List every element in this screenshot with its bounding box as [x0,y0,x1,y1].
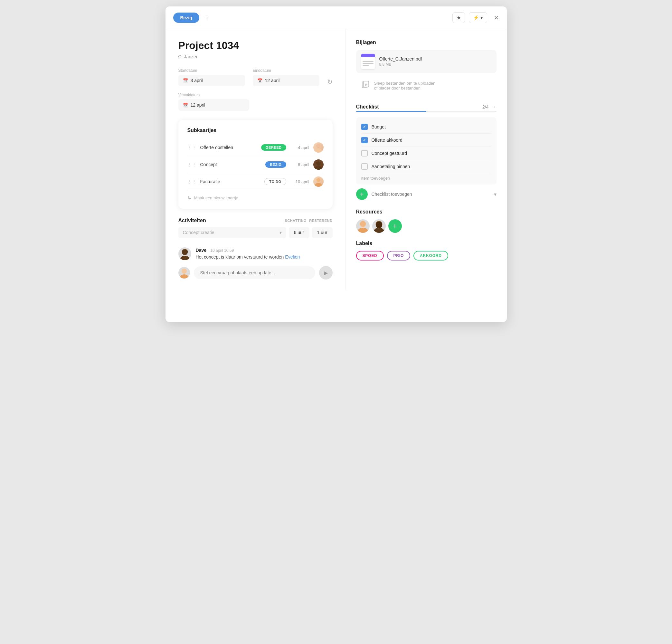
subkaartjes-card: Subkaartjes ⋮⋮ Offerte opstellen GEREED … [178,120,333,208]
vervaldatum-input[interactable]: 📅 12 april [178,99,249,111]
comment-input-field[interactable] [194,266,315,279]
file-stripe [361,54,375,57]
startdatum-value: 3 april [191,78,203,83]
add-item-label: Item toevoegen [361,176,390,181]
schatting-label: SCHATTING [285,219,307,223]
activiteiten-title: Activiteiten [178,218,206,224]
resterend-label: RESTEREND [309,219,332,223]
checklist-dropdown-button[interactable]: ▾ [494,191,496,198]
table-row: ⋮⋮ Facturatie TO DO 10 april [188,173,324,190]
subkaart-date-2: 8 april [290,162,310,167]
vervaldatum-calendar-icon: 📅 [183,103,188,108]
checkbox-aanbetaling[interactable] [361,163,368,170]
add-resource-button[interactable]: + [388,219,402,233]
lightning-icon: ⚡ [473,15,479,21]
modal-header: Bezig → ★ ⚡ ▾ ✕ [166,7,507,29]
badge-todo-3: TO DO [264,178,286,185]
lightning-button[interactable]: ⚡ ▾ [469,12,487,23]
file-name: Offerte_C.Janzen.pdf [379,56,491,61]
subkaart-date-1: 4 april [290,145,310,150]
drag-icon[interactable]: ⋮⋮ [188,162,196,167]
svg-rect-16 [363,81,369,87]
status-button[interactable]: Bezig [173,13,199,23]
right-column: Bijlagen Offerte_C.Janzen.pdf 8.8 MB [346,29,507,290]
svg-point-13 [182,269,187,274]
drag-icon[interactable]: ⋮⋮ [188,179,196,184]
activiteit-dropdown[interactable]: Concept creatie ▾ [178,227,286,238]
comment-input-row: ▶ [178,266,333,279]
svg-point-9 [316,178,320,182]
einddatum-input[interactable]: 📅 12 april [253,75,320,86]
new-kaartje-icon: ↳ [188,195,192,201]
add-item-row[interactable]: Item toevoegen [361,173,491,181]
subkaart-date-3: 10 april [290,179,310,184]
star-button[interactable]: ★ [453,12,465,23]
refresh-button[interactable]: ↻ [327,78,333,86]
upload-sub-text: of blader door bestanden [374,86,436,91]
comment-text: Het concept is klaar om verstuurd te wor… [196,254,333,260]
comment-mention-link[interactable]: Evelien [285,254,300,260]
resources-avatars: + [356,219,496,233]
file-line [362,65,369,66]
label-akkoord[interactable]: AKKOORD [413,251,448,261]
svg-point-11 [180,256,189,260]
comment-body: Dave 10 april 10:59 Het concept is klaar… [196,247,333,260]
einddatum-value: 12 april [265,78,280,83]
checklist-item-text-aanbetaling: Aanbetaling binnen [372,164,410,169]
checklist-item-text-concept: Concept gestuurd [372,151,407,156]
vervaldatum-label: Vervaldatum [178,93,333,97]
close-button[interactable]: ✕ [494,14,499,22]
file-icon [361,54,375,69]
label-spoed[interactable]: SPOED [356,251,384,261]
activiteit-row: Concept creatie ▾ 6 uur 1 uur [178,227,333,238]
svg-point-8 [315,183,322,187]
activiteit-dropdown-text: Concept creatie [183,230,214,235]
table-row: ⋮⋮ Offerte opstellen GEREED 4 april [188,139,324,156]
checklist-name-input[interactable] [372,192,490,197]
checkbox-concept[interactable] [361,150,368,156]
send-button[interactable]: ▶ [319,266,333,279]
new-kaartje-button[interactable]: ↳ Maak een nieuw kaartje [188,195,324,201]
resources-title: Resources [356,209,496,215]
upload-icon [361,80,370,91]
subkaartjes-title: Subkaartjes [188,128,324,133]
startdatum-label: Startdatum [178,68,245,73]
checklist-count: 2/4 [482,104,489,109]
label-prio[interactable]: PRIO [387,251,410,261]
lightning-dropdown-icon: ▾ [480,15,483,21]
add-checklist-button[interactable]: + [356,188,368,200]
subkaart-name-3: Facturatie [200,179,261,184]
star-icon: ★ [457,15,461,21]
checklist-arrow[interactable]: → [491,104,496,110]
modal-body: Project 1034 C. Janzen Startdatum 📅 3 ap… [166,29,507,290]
subkaart-name-1: Offerte opstellen [200,145,257,150]
checkbox-budget[interactable] [361,124,368,130]
act-col-labels: SCHATTING RESTEREND [285,219,332,223]
file-size: 8.8 MB [379,62,491,67]
comment-row: Dave 10 april 10:59 Het concept is klaar… [178,247,333,260]
comment-text-content: Het concept is klaar om verstuurd te wor… [196,254,285,260]
svg-point-21 [358,228,368,233]
new-kaartje-label: Maak een nieuw kaartje [194,195,238,200]
next-arrow-button[interactable]: → [203,14,209,21]
schatting-value: 6 uur [289,227,310,238]
startdatum-field: Startdatum 📅 3 april [178,68,245,86]
resources-section: Resources [356,209,496,233]
upload-area[interactable]: Sleep bestanden om te uploaden of blader… [356,76,496,95]
badge-gereed-1: GEREED [261,144,286,151]
vervaldatum-section: Vervaldatum 📅 12 april [178,93,333,111]
project-title: Project 1034 [178,39,333,51]
labels-title: Labels [356,240,496,246]
startdatum-calendar-icon: 📅 [183,78,188,83]
einddatum-calendar-icon: 📅 [257,78,262,83]
activiteiten-header: Activiteiten SCHATTING RESTEREND [178,218,333,224]
checkbox-offerte[interactable] [361,137,368,143]
drag-icon[interactable]: ⋮⋮ [188,145,196,150]
startdatum-input[interactable]: 📅 3 april [178,75,245,86]
file-lines [361,57,375,69]
activiteiten-section: Activiteiten SCHATTING RESTEREND Concept… [178,218,333,238]
file-card[interactable]: Offerte_C.Janzen.pdf 8.8 MB [356,50,496,73]
vervaldatum-value: 12 april [191,103,205,108]
svg-point-5 [315,166,322,170]
activiteit-dropdown-icon: ▾ [279,230,282,235]
